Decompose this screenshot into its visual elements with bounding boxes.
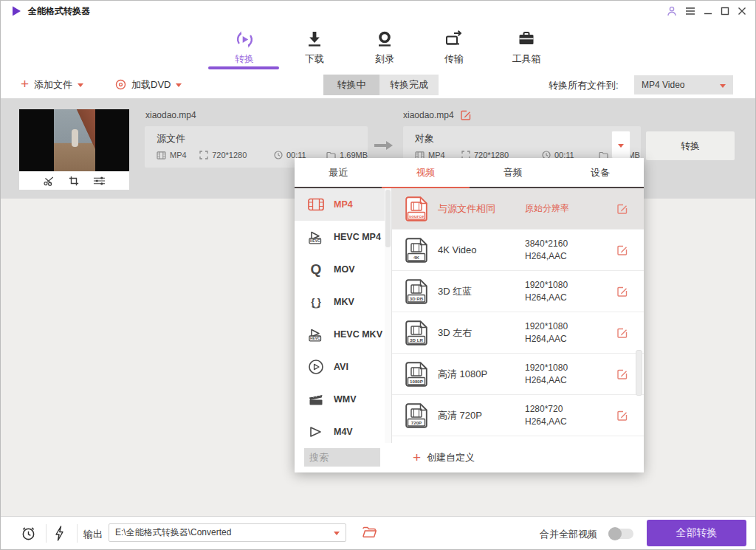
convert-all-button[interactable]: 全部转换 [647,520,746,546]
create-custom-button[interactable]: + 创建自定义 [413,451,475,464]
trim-scissors-icon[interactable] [44,176,55,186]
crop-icon[interactable] [69,176,79,186]
preset-codec: H264,AAC [525,334,567,344]
add-file-button[interactable]: + 添加文件 [21,71,83,98]
tab-converting[interactable]: 转换中 [323,75,379,95]
preset-codec: H264,AAC [525,375,567,385]
record-disc-icon [354,28,416,50]
high-speed-bolt-icon[interactable] [55,526,64,541]
format-popup-tabs: 最近 视频 音频 设备 [295,158,644,188]
preset-codec: H264,AAC [525,416,567,427]
schedule-clock-icon[interactable] [21,526,36,541]
edit-preset-icon[interactable] [617,410,628,421]
download-icon [284,28,346,50]
bottom-bar: 输出 E:\全能格式转换器\Converted 合并全部视频 全部转换 [1,516,755,549]
film-icon [307,198,325,211]
format-item-mov[interactable]: QMOV [295,253,391,286]
format-item-mp4[interactable]: MP4 [295,188,391,221]
ptab-device[interactable]: 设备 [557,158,644,187]
svg-text:HEVC: HEVC [310,337,320,340]
format-item-mkv[interactable]: { }MKV [295,286,391,318]
preset-row[interactable]: source与源文件相同原始分辨率 [392,188,644,230]
app-title: 全能格式转换器 [28,5,90,18]
thumbnail-image [19,109,129,171]
merge-all-label: 合并全部视频 [540,528,597,541]
tab-convert-label: 转换 [213,52,275,66]
svg-text:4K: 4K [413,254,419,259]
format-list: MP4HEVCHEVC MP4QMOV{ }MKVHEVCHEVC MKVAVI… [295,188,392,443]
svg-text:HEVC: HEVC [310,239,320,243]
target-format-value: MP4 Video [642,80,684,90]
tab-burn-label: 刻录 [354,52,416,66]
format-item-avi[interactable]: AVI [295,351,391,383]
hevc-play-icon: HEVC [307,230,325,244]
format-popup-footer: + 创建自定义 [295,443,644,472]
add-file-label: 添加文件 [34,78,72,92]
film-icon [157,151,166,159]
merge-all-toggle[interactable] [608,529,633,539]
create-custom-label: 创建自定义 [427,451,475,464]
arrow-right-icon [374,140,394,151]
tab-toolbox[interactable]: 工具箱 [495,28,557,66]
tab-convert[interactable]: 转换 [213,28,275,66]
ptab-video[interactable]: 视频 [382,158,469,187]
clapperboard-icon [307,392,325,407]
minimize-button[interactable] [704,7,712,16]
format-item-hevc-mkv[interactable]: HEVCHEVC MKV [295,318,391,351]
edit-preset-icon[interactable] [617,369,628,379]
toolbar: + 添加文件 加载DVD 转换中 转换完成 转换所有文件到: MP4 Video [1,71,755,99]
play-outline-icon [307,424,325,439]
format-list-scrollbar[interactable] [385,188,391,443]
row-convert-button[interactable]: 转换 [646,131,735,160]
tab-download-label: 下载 [284,52,346,66]
ptab-recent[interactable]: 最近 [295,158,382,187]
tab-burn[interactable]: 刻录 [354,28,416,66]
format-item-wmv[interactable]: WMV [295,383,391,416]
preset-row[interactable]: 1080P高清 1080P1920*1080H264,AAC [392,354,644,395]
main-nav: 转换 下载 刻录 传输 工具箱 [1,21,755,72]
chevron-down-icon [334,532,340,535]
preset-row[interactable]: 3D RB3D 红蓝1920*1080H264,AAC [392,271,644,312]
preset-row[interactable]: 4K4K Video3840*2160H264,AAC [392,230,644,271]
edit-preset-icon[interactable] [617,286,628,297]
close-button[interactable] [738,7,746,16]
preset-file-icon: 1080P [405,362,427,387]
edit-preset-icon[interactable] [617,245,628,255]
preset-resolution: 原始分辨率 [525,203,569,213]
preset-list-scrollbar[interactable] [636,350,642,396]
load-dvd-button[interactable]: 加载DVD [115,71,182,98]
preset-row[interactable]: 3D LR3D 左右1920*1080H264,AAC [392,312,644,354]
preset-file-icon: 3D LR [405,320,427,346]
preset-row[interactable]: 720P高清 720P1280*720H264,AAC [392,395,644,436]
target-format-select[interactable]: MP4 Video [634,75,733,94]
edit-preset-icon[interactable] [617,204,628,214]
transfer-icon [423,28,485,50]
open-folder-icon[interactable] [362,526,377,537]
rename-edit-icon[interactable] [461,110,471,120]
svg-text:3D LR: 3D LR [410,337,423,342]
edit-preset-icon[interactable] [617,328,628,338]
plus-icon: + [413,450,421,464]
output-path-select[interactable]: E:\全能格式转换器\Converted [109,523,346,542]
account-icon[interactable] [667,6,677,16]
menu-icon[interactable] [685,7,695,16]
app-window: 全能格式转换器 转换 下载 刻录 传输 工具箱 [0,0,756,550]
chevron-down-icon [720,84,726,88]
tab-finished[interactable]: 转换完成 [379,75,439,95]
tab-download[interactable]: 下载 [284,28,346,66]
circle-play-icon [307,359,325,375]
format-item-hevc-mp4[interactable]: HEVCHEVC MP4 [295,221,391,253]
quicktime-icon: Q [307,261,325,278]
search-input[interactable] [304,448,380,467]
preset-file-icon: source [405,196,427,221]
format-item-m4v[interactable]: M4V [295,416,391,443]
effects-sliders-icon[interactable] [93,176,106,186]
preset-resolution: 1920*1080 [525,321,568,331]
tab-toolbox-label: 工具箱 [495,52,557,66]
maximize-button[interactable] [721,7,729,16]
preset-file-icon: 720P [405,403,427,428]
format-chooser-popup: 最近 视频 音频 设备 MP4HEVCHEVC MP4QMOV{ }MKVHEV… [295,158,644,472]
tab-transfer[interactable]: 传输 [423,28,485,66]
target-format-dropdown-button[interactable] [611,131,630,159]
ptab-audio[interactable]: 音频 [470,158,557,187]
